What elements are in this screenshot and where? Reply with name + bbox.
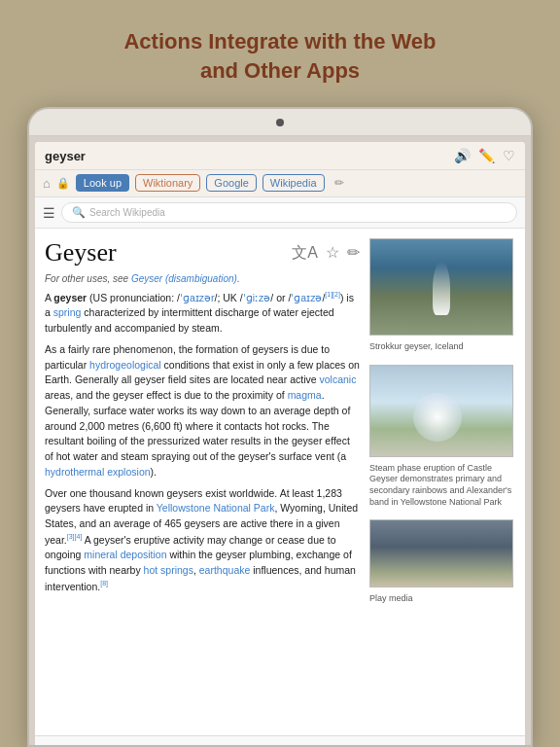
magma-link[interactable]: magma <box>288 389 322 401</box>
wiki-image-3-caption: Play media <box>369 593 515 605</box>
wiki-image-1-caption: Strokkur geyser, Iceland <box>369 341 515 353</box>
device-camera <box>276 119 284 126</box>
app-screen: geyser 🔊 ✏️ ♡ ⌂ 🔒 Look up Wiktionary Goo… <box>35 142 525 747</box>
spring-link[interactable]: spring <box>53 306 82 318</box>
hydrogeological-link[interactable]: hydrogeological <box>89 359 161 371</box>
pronunciation-link-3[interactable]: ˈɡaɪzə <box>291 292 322 303</box>
tab-lock-icon: 🔒 <box>56 177 70 190</box>
translate-icon[interactable]: 文A <box>292 243 318 264</box>
settings-bottom-icon[interactable]: ⚙ <box>496 742 509 747</box>
page-header: Actions Integrate with the Web and Other… <box>0 0 560 102</box>
wiki-para1: A geyser (US pronunciation: /ˈɡaɪzər/; U… <box>45 290 360 337</box>
hydrothermal-link[interactable]: hydrothermal explosion <box>45 466 151 478</box>
tab-google[interactable]: Google <box>206 174 256 192</box>
wiki-title-icons: 文A ☆ ✏ <box>292 243 360 264</box>
wiki-image-2-caption: Steam phase eruption of Castle Geyser de… <box>369 463 515 509</box>
wiki-body-text: A geyser (US pronunciation: /ˈɡaɪzər/; U… <box>45 290 360 594</box>
heart-bottom-icon[interactable]: ♡ <box>225 742 238 747</box>
tab-home-icon[interactable]: ⌂ <box>43 176 51 191</box>
wiki-image-1[interactable] <box>369 238 513 336</box>
speaker-icon[interactable]: 🔊 <box>454 148 471 163</box>
edit-icon[interactable]: ✏ <box>347 243 360 264</box>
geyser-steam-1 <box>433 262 450 315</box>
device-frame: geyser 🔊 ✏️ ♡ ⌂ 🔒 Look up Wiktionary Goo… <box>27 107 533 747</box>
wiki-right: Strokkur geyser, Iceland Steam phase eru… <box>369 238 515 735</box>
bottom-toolbar: ‹ ⚲ ♡ ⌂ ⬆ ⚙ <box>35 735 525 747</box>
search-bottom-icon[interactable]: ⚲ <box>134 742 146 747</box>
tab-wiktionary[interactable]: Wiktionary <box>135 174 200 192</box>
hamburger-menu-icon[interactable]: ☰ <box>43 205 55 221</box>
home-bottom-icon[interactable]: ⌂ <box>317 743 327 748</box>
mineral-link[interactable]: mineral deposition <box>84 549 166 560</box>
wiki-image-2[interactable] <box>369 365 513 457</box>
favorite-icon[interactable]: ♡ <box>503 148 515 163</box>
wiki-toolbar: ☰ 🔍 Search Wikipedia <box>35 197 525 229</box>
wiki-page-title-row: Geyser 文A ☆ ✏ <box>45 238 360 267</box>
page-title: Actions Integrate with the Web and Other… <box>58 27 502 85</box>
wiki-search-placeholder: Search Wikipedia <box>89 207 165 218</box>
share-bottom-icon[interactable]: ⬆ <box>404 742 417 747</box>
star-icon[interactable]: ☆ <box>326 243 339 264</box>
device-top-bar <box>29 109 531 136</box>
pronunciation-link-1[interactable]: ˈɡaɪzər <box>180 292 215 303</box>
wiki-content: Geyser 文A ☆ ✏ For other uses, see Geyser… <box>35 229 525 735</box>
wiki-image-3[interactable] <box>369 519 513 587</box>
wiki-page-title: Geyser <box>45 238 117 267</box>
tab-wikipedia[interactable]: Wikipedia <box>262 174 325 192</box>
disambiguation-link[interactable]: Geyser (disambiguation) <box>131 273 237 284</box>
yellowstone-link[interactable]: Yellowstone National Park <box>157 502 275 514</box>
earthquake-link[interactable]: earthquake <box>199 564 251 576</box>
search-word: geyser <box>45 149 86 163</box>
hotsprings-link[interactable]: hot springs <box>144 564 193 576</box>
wiki-search-box[interactable]: 🔍 Search Wikipedia <box>61 202 517 223</box>
volcanic-link[interactable]: volcanic <box>319 374 356 385</box>
wiki-left: Geyser 文A ☆ ✏ For other uses, see Geyser… <box>45 238 360 735</box>
wiki-disambiguation: For other uses, see Geyser (disambiguati… <box>45 273 360 284</box>
search-bar: geyser 🔊 ✏️ ♡ <box>35 142 525 170</box>
geyser-steam-2 <box>413 393 462 442</box>
share-icon[interactable]: ✏️ <box>478 148 495 163</box>
pronunciation-link-2[interactable]: ˈɡiːzə <box>243 292 271 303</box>
wiki-para3: Over one thousand known geysers exist wo… <box>45 486 360 594</box>
back-icon[interactable]: ‹ <box>51 743 55 748</box>
tabs-row: ⌂ 🔒 Look up Wiktionary Google Wikipedia … <box>35 170 525 197</box>
tab-edit-icon[interactable]: ✏ <box>334 176 344 190</box>
tab-lookup[interactable]: Look up <box>76 174 129 192</box>
wiki-para2: As a fairly rare phenomenon, the formati… <box>45 342 360 480</box>
search-magnifier-icon: 🔍 <box>72 206 86 219</box>
search-icons: 🔊 ✏️ ♡ <box>454 148 515 163</box>
